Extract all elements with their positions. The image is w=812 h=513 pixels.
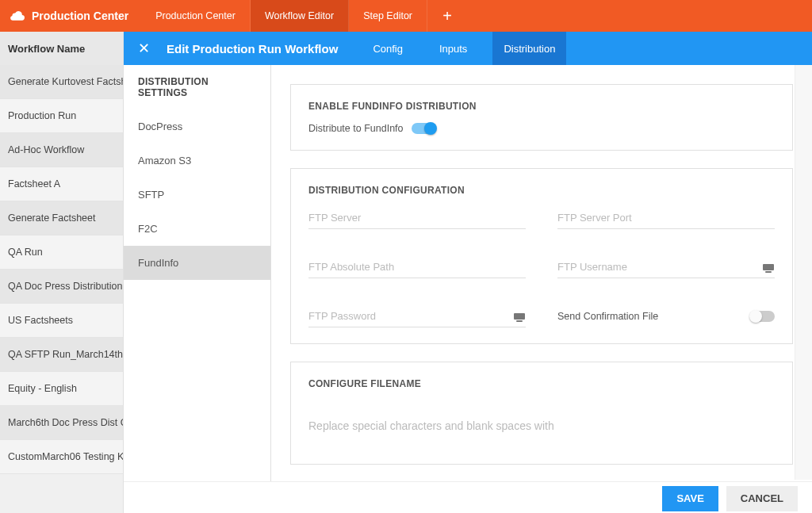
workflow-sidebar: Workflow Name Generate Kurtovest Factshe…	[0, 32, 124, 513]
svg-rect-3	[516, 320, 523, 322]
workflow-item[interactable]: Ad-Hoc Workflow	[0, 133, 123, 167]
top-bar: Production Center Production Center Work…	[0, 0, 812, 32]
settings-item-docpress[interactable]: DocPress	[124, 109, 270, 144]
toggle-knob-icon	[749, 310, 762, 323]
send-confirmation-row: Send Confirmation File	[557, 305, 775, 327]
workflow-item[interactable]: US Factsheets	[0, 304, 123, 338]
ftp-port-field	[557, 207, 775, 229]
workflow-item[interactable]: Production Run	[0, 99, 123, 133]
config-panel-title: DISTRIBUTION CONFIGURATION	[308, 185, 775, 196]
ftp-username-field	[557, 256, 775, 278]
filename-panel: CONFIGURE FILENAME Replace special chara…	[290, 362, 793, 465]
filename-replace-label: Replace special characters and blank spa…	[308, 419, 775, 432]
modal-title: Edit Production Run Workflow	[167, 42, 338, 56]
settings-list-header: DISTRIBUTION SETTINGS	[124, 65, 270, 109]
plus-icon: +	[442, 7, 452, 25]
modal-tab-inputs[interactable]: Inputs	[428, 32, 478, 65]
ftp-password-field	[308, 305, 526, 327]
ftp-port-input[interactable]	[557, 207, 775, 229]
top-tab-step-editor[interactable]: Step Editor	[349, 0, 427, 32]
credential-icon[interactable]	[762, 262, 775, 274]
svg-rect-2	[514, 313, 525, 320]
ftp-username-input[interactable]	[557, 256, 775, 278]
distribution-form: ENABLE FUNDINFO DISTRIBUTION Distribute …	[271, 65, 812, 481]
brand: Production Center	[0, 0, 141, 32]
workflow-item[interactable]: Generate Factsheet	[0, 201, 123, 235]
modal-tab-config[interactable]: Config	[362, 32, 414, 65]
top-tab-production-center[interactable]: Production Center	[141, 0, 251, 32]
filename-panel-title: CONFIGURE FILENAME	[308, 378, 775, 389]
scroll-area[interactable]	[795, 65, 812, 480]
top-tab-add[interactable]: +	[427, 0, 467, 32]
modal-header: ✕ Edit Production Run Workflow Config In…	[124, 32, 812, 65]
ftp-server-input[interactable]	[308, 207, 526, 229]
settings-item-amazon-s3[interactable]: Amazon S3	[124, 144, 270, 178]
close-icon[interactable]: ✕	[135, 40, 152, 57]
workflow-item[interactable]: Equity - English	[0, 372, 123, 406]
distribution-settings-list: DISTRIBUTION SETTINGS DocPress Amazon S3…	[124, 65, 271, 481]
settings-item-fundinfo[interactable]: FundInfo	[124, 246, 270, 280]
workflow-item[interactable]: CustomMarch06 Testing KIID	[0, 440, 123, 474]
settings-item-sftp[interactable]: SFTP	[124, 178, 270, 212]
svg-rect-1	[765, 271, 772, 273]
credential-icon[interactable]	[513, 312, 526, 323]
workflow-item[interactable]: QA SFTP Run_March14th	[0, 338, 123, 372]
brand-text: Production Center	[32, 10, 128, 22]
enable-panel: ENABLE FUNDINFO DISTRIBUTION Distribute …	[290, 84, 793, 151]
send-confirmation-label: Send Confirmation File	[557, 311, 658, 322]
config-panel: DISTRIBUTION CONFIGURATION	[290, 168, 793, 344]
distribute-toggle[interactable]	[412, 123, 435, 134]
modal-tab-distribution[interactable]: Distribution	[492, 32, 566, 65]
ftp-server-field	[308, 207, 526, 229]
workflow-item[interactable]: Factsheet A	[0, 167, 123, 201]
send-confirmation-toggle[interactable]	[751, 311, 775, 322]
cloud-icon	[10, 10, 25, 23]
edit-workflow-modal: ✕ Edit Production Run Workflow Config In…	[124, 32, 812, 513]
toggle-knob-icon	[424, 122, 437, 135]
workflow-item[interactable]: March6th Doc Press Dist Cus	[0, 406, 123, 440]
ftp-path-input[interactable]	[308, 256, 526, 278]
cancel-button[interactable]: CANCEL	[726, 486, 798, 511]
save-button[interactable]: SAVE	[662, 486, 718, 511]
workflow-item[interactable]: QA Run	[0, 235, 123, 270]
top-tab-workflow-editor[interactable]: Workflow Editor	[251, 0, 349, 32]
ftp-password-input[interactable]	[308, 305, 526, 327]
enable-panel-title: ENABLE FUNDINFO DISTRIBUTION	[308, 101, 775, 112]
settings-item-f2c[interactable]: F2C	[124, 212, 270, 246]
sidebar-header: Workflow Name	[0, 32, 123, 65]
workflow-item[interactable]: QA Doc Press Distribution Run	[0, 270, 123, 304]
svg-rect-0	[763, 264, 774, 270]
modal-footer: SAVE CANCEL	[124, 481, 812, 513]
workflow-item[interactable]: Generate Kurtovest Factsheet	[0, 65, 123, 99]
distribute-toggle-label: Distribute to FundInfo	[308, 123, 404, 134]
ftp-path-field	[308, 256, 526, 278]
